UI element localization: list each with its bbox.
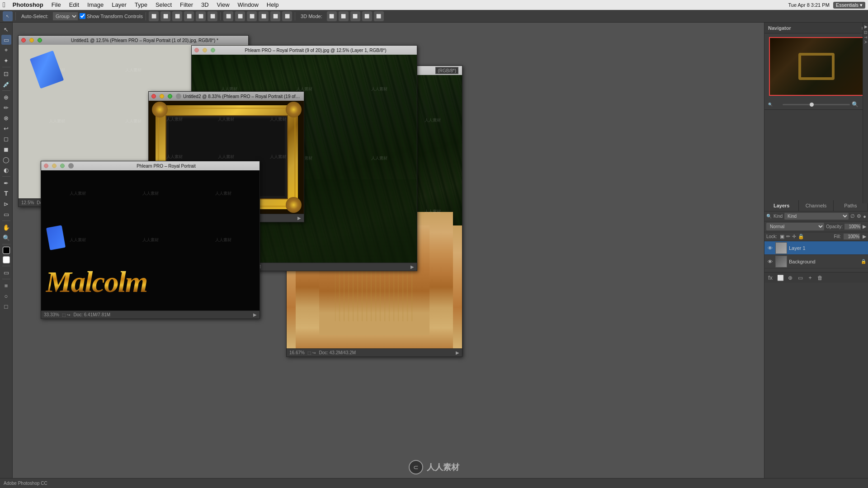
screen-mode-btn[interactable]: ▭ — [1, 267, 11, 277]
menubar-image[interactable]: Image — [84, 0, 107, 10]
type-tool[interactable]: T — [1, 188, 11, 198]
menubar-view[interactable]: View — [213, 0, 233, 10]
pen-tool[interactable]: ✒ — [1, 178, 11, 188]
win3-play-btn[interactable]: ▶ — [297, 216, 301, 221]
win5-play-btn[interactable]: ▶ — [456, 350, 459, 355]
win1-minimize-btn[interactable] — [29, 38, 34, 42]
layer-new-btn[interactable]: + — [806, 274, 814, 282]
fill-input[interactable] — [844, 234, 860, 239]
dodge-tool[interactable]: ◐ — [1, 165, 11, 175]
navigator-zoom-slider[interactable] — [783, 104, 850, 105]
history-brush-tool[interactable]: ↩ — [1, 123, 11, 133]
layer-item-background[interactable]: 👁 Background 🔒 — [764, 255, 868, 268]
fill-arrow[interactable]: ▶ — [863, 234, 866, 239]
distribute-middle-btn[interactable]: ⬜ — [270, 11, 280, 21]
background-visibility-icon[interactable]: 👁 — [766, 258, 774, 265]
magic-wand-tool[interactable]: ✦ — [1, 56, 11, 66]
win2-fullscreen-btn[interactable] — [211, 48, 215, 52]
eyedropper-tool[interactable]: 💉 — [1, 79, 11, 89]
align-center-btn[interactable]: ⬜ — [160, 11, 170, 21]
extras-btn[interactable]: ≡ — [1, 281, 11, 291]
win3-fullscreen-btn[interactable] — [168, 94, 172, 99]
layer-mask-btn[interactable]: ⬜ — [776, 274, 784, 282]
align-bottom-btn[interactable]: ⬜ — [208, 11, 217, 21]
blur-tool[interactable]: ◯ — [1, 155, 11, 164]
menubar-type[interactable]: Type — [131, 0, 151, 10]
menubar-file[interactable]: File — [48, 0, 65, 10]
win3-minimize-btn[interactable] — [160, 94, 164, 99]
win1-close-btn[interactable] — [21, 38, 26, 42]
menubar-photoshop[interactable]: Photoshop — [9, 0, 47, 10]
menubar-select[interactable]: Select — [152, 0, 175, 10]
opacity-input[interactable] — [844, 224, 861, 230]
autoselect-select[interactable]: Group Layer — [53, 12, 78, 20]
win4-play-btn[interactable]: ▶ — [253, 312, 257, 317]
hand-tool[interactable]: ✋ — [1, 222, 11, 232]
path-select-tool[interactable]: ⊳ — [1, 199, 11, 209]
opacity-arrow[interactable]: ▶ — [863, 224, 866, 230]
lasso-tool[interactable]: ⌖ — [1, 45, 11, 55]
kind-select[interactable]: Kind Name Effect — [784, 213, 849, 220]
marquee-tool[interactable]: ▭ — [1, 35, 11, 45]
menubar-layer[interactable]: Layer — [108, 0, 130, 10]
background-color[interactable] — [3, 256, 10, 263]
move-tool-btn[interactable]: ↖ — [3, 11, 13, 21]
kind-toggle-icon[interactable]: ● — [863, 214, 866, 219]
show-transform-checkbox[interactable] — [80, 13, 85, 19]
panel-icon-1[interactable]: ▶ — [863, 24, 868, 29]
win4-minimize-btn[interactable] — [52, 164, 57, 168]
crop-tool[interactable]: ⊡ — [1, 69, 11, 79]
win2-close-btn[interactable] — [194, 48, 199, 52]
doc-window-goldtext[interactable]: Phlearn PRO – Royal Portrait Malcolm 人人素… — [41, 161, 260, 319]
win1-titlebar[interactable]: Untitled1 @ 12.5% (Phlearn PRO – Royal P… — [19, 36, 248, 45]
eraser-tool[interactable]: ◻ — [1, 134, 11, 144]
opacity-btn[interactable]: □ — [1, 301, 11, 311]
lock-all-icon[interactable]: 🔒 — [798, 234, 804, 239]
distribute-bottom-btn[interactable]: ⬜ — [282, 11, 292, 21]
shape-tool[interactable]: ▭ — [1, 209, 11, 219]
win2-minimize-btn[interactable] — [203, 48, 207, 52]
layer-delete-btn[interactable]: 🗑 — [816, 274, 824, 282]
panel-icon-2[interactable]: ⊡ — [863, 31, 868, 34]
move-tool[interactable]: ↖ — [1, 24, 11, 34]
layer-adjustment-btn[interactable]: ⊕ — [786, 274, 794, 282]
align-middle-btn[interactable]: ⬜ — [196, 11, 206, 21]
foreground-color[interactable] — [3, 247, 10, 254]
3d-roll-btn[interactable]: ⬜ — [339, 11, 349, 21]
gradient-tool[interactable]: ◼ — [1, 144, 11, 154]
layer1-visibility-icon[interactable]: 👁 — [766, 244, 774, 252]
3d-pan-btn[interactable]: ⬜ — [350, 11, 360, 21]
align-left-btn[interactable]: ⬜ — [149, 11, 159, 21]
apple-menu[interactable]:  — [3, 1, 5, 9]
win3-titlebar[interactable]: Untitled2 @ 8.33% (Phlearn PRO – Royal P… — [149, 92, 304, 101]
lock-transparent-icon[interactable]: ▣ — [780, 234, 784, 239]
win2-titlebar[interactable]: Phlearn PRO – Royal Portrait (9 of 20).j… — [192, 46, 417, 55]
win3-close-btn[interactable] — [151, 94, 156, 99]
zoom-tool[interactable]: 🔍 — [1, 233, 11, 243]
3d-slide-btn[interactable]: ⬜ — [362, 11, 372, 21]
lock-image-icon[interactable]: ✏ — [786, 234, 790, 239]
win4-close-btn[interactable] — [44, 164, 48, 168]
distribute-center-btn[interactable]: ⬜ — [235, 11, 245, 21]
menubar-3d[interactable]: 3D — [198, 0, 212, 10]
win4-titlebar[interactable]: Phlearn PRO – Royal Portrait — [41, 161, 259, 170]
layer-group-btn[interactable]: ▭ — [796, 274, 804, 282]
align-top-btn[interactable]: ⬜ — [184, 11, 194, 21]
stamp-tool[interactable]: ⊗ — [1, 113, 11, 123]
essentials-button[interactable]: Essentials ▾ — [833, 2, 865, 9]
3d-rotate-btn[interactable]: ⬜ — [327, 11, 337, 21]
lock-position-icon[interactable]: ✛ — [792, 234, 796, 239]
distribute-right-btn[interactable]: ⬜ — [247, 11, 257, 21]
distribute-left-btn[interactable]: ⬜ — [223, 11, 233, 21]
spot-heal-tool[interactable]: ⊕ — [1, 92, 11, 102]
win4-fullscreen-btn[interactable] — [60, 164, 65, 168]
menubar-window[interactable]: Window — [234, 0, 262, 10]
win1-fullscreen-btn[interactable] — [38, 38, 42, 42]
kind-filter-icon[interactable]: ∅ — [850, 213, 855, 219]
brush-size-btn[interactable]: ○ — [1, 291, 11, 301]
panel-icon-T[interactable]: T — [863, 36, 868, 39]
kind-options-icon[interactable]: ⚙ — [857, 213, 861, 219]
3d-scale-btn[interactable]: ⬜ — [374, 11, 384, 21]
distribute-top-btn[interactable]: ⬜ — [259, 11, 269, 21]
win2-play-btn[interactable]: ▶ — [410, 264, 414, 269]
